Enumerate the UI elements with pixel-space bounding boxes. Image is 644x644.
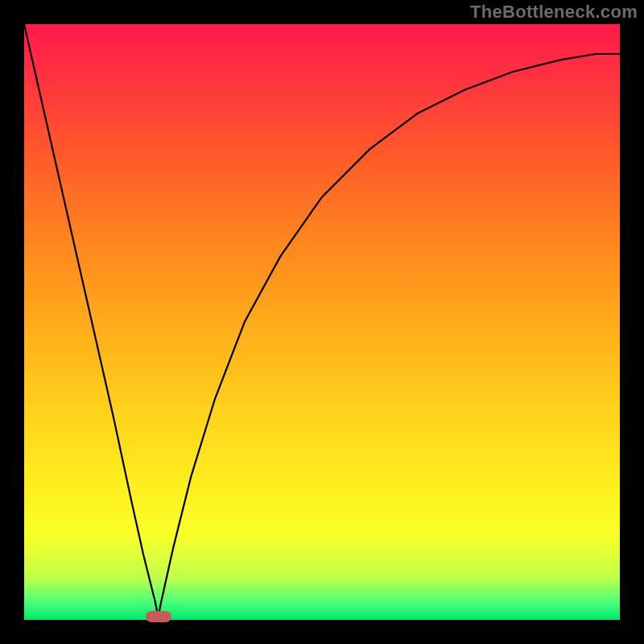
curve-svg	[24, 24, 620, 620]
minimum-marker	[146, 611, 171, 622]
chart-container: TheBottleneck.com	[0, 0, 644, 644]
plot-area	[24, 24, 620, 620]
watermark-text: TheBottleneck.com	[470, 2, 638, 23]
bottleneck-curve-path	[24, 24, 620, 617]
